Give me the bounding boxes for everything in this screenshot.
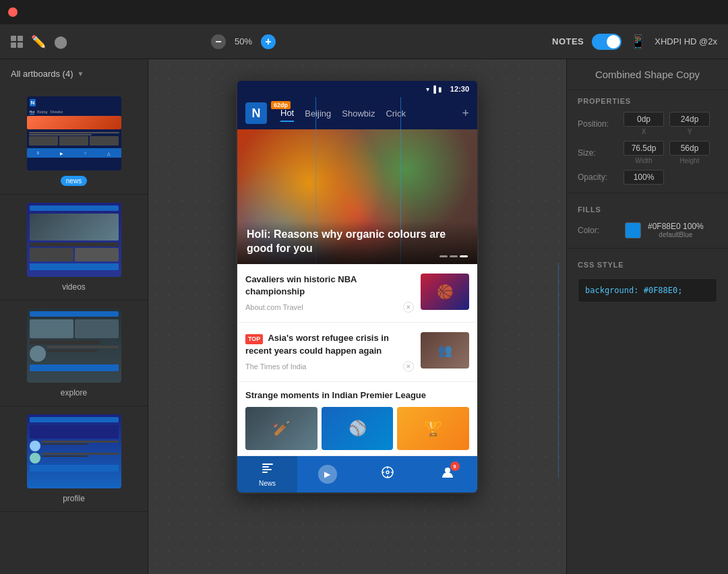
thumb-tab-sb: Showbiz [50,110,63,115]
nav-icon-news [261,461,274,478]
artboard-thumb-profile [27,414,121,488]
position-y-group: 24dp Y [669,112,710,135]
news-thumb-2: 👥 [421,332,469,369]
properties-section-label: PROPERTIES [567,90,728,109]
wifi-icon: ▾ [426,86,429,93]
news-text-2: TOP Asia's worst refugee crisis in recen… [245,332,414,371]
hero-title: Holi: Reasons why organic colours are go… [247,228,468,256]
fills-section-label: FILLS [567,199,728,218]
news-title-2: TOP Asia's worst refugee crisis in recen… [245,332,414,356]
news-close-2[interactable]: ✕ [403,361,414,372]
news-source-1: About.com Travel ✕ [245,302,414,313]
sidebar: All artboards (4) ▼ N Hot Beijing Showbi… [0,59,148,574]
position-x-group: 0dp X [624,112,664,135]
phone-hero: Holi: Reasons why organic colours are go… [237,129,477,264]
top-badge: TOP [245,334,263,344]
hero-dot-1 [439,255,448,257]
right-panel: Combined Shape Copy PROPERTIES Position:… [566,59,728,574]
device-icon: 📱 [630,34,646,50]
news-thumb-1: 🏀 [421,274,469,310]
thumb-nav-icon-2: ▶ [60,151,63,156]
size-width-value[interactable]: 76.5dp [624,141,664,156]
thumb-nav-icon-4: △ [107,151,111,156]
signal-icon: ▐ [431,86,436,93]
artboard-label-videos: videos [62,282,86,292]
artboard-thumb-news: N Hot Beijing Showbiz [27,96,121,170]
css-style-box[interactable]: background: #0F88E0; [578,278,717,302]
nav-item-discover[interactable] [357,456,417,492]
ipl-img-3: 🏆 [397,407,469,450]
thumb-line-1 [29,132,119,133]
news-item-1[interactable]: Cavaliers win historic NBA championship … [237,264,477,323]
artboard-item-profile[interactable]: profile [0,406,148,512]
add-tab-button[interactable]: + [462,106,469,121]
notes-label: NOTES [552,36,584,46]
svg-rect-2 [262,469,272,470]
tab-crick[interactable]: Crick [386,106,406,121]
thumb-bottom-bar: ≡ ▶ ○ △ [27,148,121,158]
size-width-group: 76.5dp Width [624,141,664,164]
opacity-label: Opacity: [578,172,618,182]
size-row: Size: 76.5dp Width 56dp Height [567,138,728,167]
tab-beijing[interactable]: Beijing [305,106,331,121]
chevron-down-icon[interactable]: ▼ [77,70,84,77]
size-height-label: Height [669,157,710,164]
position-y-value[interactable]: 24dp [669,112,710,127]
position-x-label: X [624,128,664,135]
artboard-item-news[interactable]: N Hot Beijing Showbiz [0,88,148,195]
grid-icon[interactable] [11,36,23,48]
color-name: defaultBlue [648,231,704,238]
panel-title: Combined Shape Copy [567,59,728,90]
battery-icon: ▮ [438,86,442,93]
thumb-logo: N [30,99,36,106]
toolbar: ✏️ ⬤ − 50% + NOTES 📱 XHDPI HD @2x [0,24,728,59]
canvas: ▾ ▐ ▮ 12:30 N 62dp Hot Beijing Showbiz C… [148,59,566,574]
hero-overlay: Holi: Reasons why organic colours are go… [237,221,477,264]
phone-header: N 62dp Hot Beijing Showbiz Crick + [237,97,477,129]
zoom-out-button[interactable]: − [211,34,226,49]
size-height-value[interactable]: 56dp [669,141,710,156]
news-close-1[interactable]: ✕ [403,302,414,313]
svg-point-10 [445,468,450,473]
ipl-title: Strange moments in Indian Premier League [245,390,469,400]
thumb-tab-bj: Beijing [37,110,47,115]
opacity-row: Opacity: 100% [567,167,728,187]
nav-icon-user: 9 [441,466,454,482]
ipl-section: Strange moments in Indian Premier League… [237,382,477,456]
hero-dot-active [460,255,468,257]
position-y-label: Y [669,128,710,135]
artboard-item-explore[interactable]: explore [0,300,148,406]
color-label: Color: [578,226,618,235]
phone-bottom-nav: News ▶ [237,456,477,492]
hero-dots [439,255,468,257]
artboard-thumb-explore [27,309,121,383]
nav-item-news[interactable]: News [237,456,297,492]
tab-showbiz[interactable]: Showbiz [342,106,375,121]
main-area: All artboards (4) ▼ N Hot Beijing Showbi… [0,59,728,574]
phone-tabs: Hot Beijing Showbiz Crick + [275,105,469,122]
device-label: XHDPI HD @2x [655,36,717,46]
artboard-item-videos[interactable]: videos [0,195,148,300]
position-x-value[interactable]: 0dp [624,112,664,127]
close-button[interactable] [8,7,18,17]
thumb-row [29,136,119,146]
zoom-in-button[interactable]: + [261,34,276,49]
size-label: Size: [578,148,618,158]
svg-point-5 [386,471,389,474]
status-icons: ▾ ▐ ▮ [426,86,442,93]
news-title-1: Cavaliers win historic NBA championship [245,274,414,298]
news-item-2[interactable]: TOP Asia's worst refugee crisis in recen… [237,323,477,381]
ipl-img-1: 🏏 [245,407,317,450]
size-width-label: Width [624,157,664,164]
css-section-label: CSS STYLE [567,254,728,273]
nav-icon-play: ▶ [318,465,337,484]
color-swatch[interactable] [625,222,641,238]
notes-toggle[interactable] [592,34,621,50]
pen-icon[interactable]: ✏️ [31,34,46,49]
position-label: Position: [578,119,618,129]
circle-icon[interactable]: ⬤ [54,34,67,49]
nav-item-profile[interactable]: 9 [417,456,477,492]
artboard-label-profile: profile [63,494,85,503]
nav-item-video[interactable]: ▶ [297,456,357,492]
opacity-value[interactable]: 100% [624,170,664,185]
